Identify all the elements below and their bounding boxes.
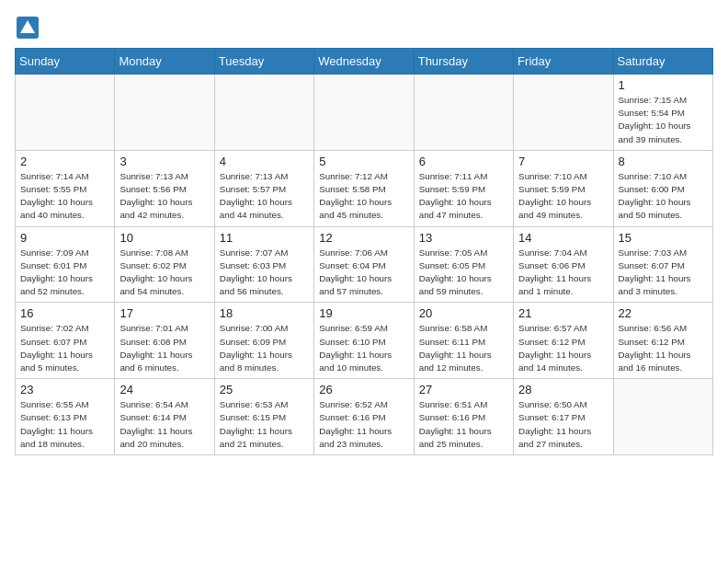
day-info: Sunrise: 7:15 AM Sunset: 5:54 PM Dayligh…: [619, 94, 708, 146]
day-info: Sunrise: 7:03 AM Sunset: 6:07 PM Dayligh…: [619, 247, 708, 299]
day-info: Sunrise: 7:12 AM Sunset: 5:58 PM Dayligh…: [319, 170, 408, 223]
calendar-cell: [314, 75, 414, 151]
calendar-cell: 8Sunrise: 7:10 AM Sunset: 6:00 PM Daylig…: [613, 150, 712, 226]
logo: [15, 15, 44, 40]
calendar-cell: 27Sunrise: 6:51 AM Sunset: 6:16 PM Dayli…: [414, 379, 513, 455]
calendar-cell: 9Sunrise: 7:09 AM Sunset: 6:01 PM Daylig…: [16, 226, 115, 303]
day-number: 21: [518, 306, 608, 320]
day-info: Sunrise: 7:08 AM Sunset: 6:02 PM Dayligh…: [119, 247, 209, 299]
calendar-cell: 15Sunrise: 7:03 AM Sunset: 6:07 PM Dayli…: [613, 226, 712, 303]
calendar-cell: 25Sunrise: 6:53 AM Sunset: 6:15 PM Dayli…: [214, 379, 313, 455]
day-number: 4: [220, 155, 309, 168]
calendar-cell: 1Sunrise: 7:15 AM Sunset: 5:54 PM Daylig…: [613, 75, 712, 151]
day-info: Sunrise: 6:51 AM Sunset: 6:16 PM Dayligh…: [419, 398, 508, 451]
day-info: Sunrise: 7:04 AM Sunset: 6:06 PM Dayligh…: [518, 247, 608, 299]
calendar-cell: 7Sunrise: 7:10 AM Sunset: 5:59 PM Daylig…: [514, 150, 613, 226]
day-number: 18: [220, 306, 309, 320]
day-info: Sunrise: 7:11 AM Sunset: 5:59 PM Dayligh…: [419, 170, 508, 223]
calendar-cell: [514, 75, 613, 151]
day-info: Sunrise: 6:59 AM Sunset: 6:10 PM Dayligh…: [319, 322, 408, 374]
day-number: 13: [419, 231, 508, 245]
day-number: 3: [119, 155, 209, 168]
day-info: Sunrise: 7:02 AM Sunset: 6:07 PM Dayligh…: [20, 322, 109, 374]
day-number: 2: [20, 155, 109, 168]
day-number: 1: [619, 78, 708, 92]
calendar-cell: 16Sunrise: 7:02 AM Sunset: 6:07 PM Dayli…: [16, 303, 115, 379]
day-info: Sunrise: 6:57 AM Sunset: 6:12 PM Dayligh…: [518, 322, 608, 374]
calendar-cell: 2Sunrise: 7:14 AM Sunset: 5:55 PM Daylig…: [16, 150, 115, 226]
calendar-cell: 5Sunrise: 7:12 AM Sunset: 5:58 PM Daylig…: [314, 150, 414, 226]
day-number: 19: [319, 306, 408, 320]
day-info: Sunrise: 7:10 AM Sunset: 5:59 PM Dayligh…: [518, 170, 608, 223]
day-info: Sunrise: 6:53 AM Sunset: 6:15 PM Dayligh…: [220, 398, 309, 451]
calendar-cell: 10Sunrise: 7:08 AM Sunset: 6:02 PM Dayli…: [115, 226, 214, 303]
calendar-cell: 12Sunrise: 7:06 AM Sunset: 6:04 PM Dayli…: [314, 226, 414, 303]
calendar-cell: 11Sunrise: 7:07 AM Sunset: 6:03 PM Dayli…: [214, 226, 313, 303]
calendar-cell: [414, 75, 513, 151]
calendar-cell: [214, 75, 313, 151]
weekday-friday: Friday: [514, 49, 613, 75]
calendar-cell: [613, 379, 712, 455]
day-info: Sunrise: 7:14 AM Sunset: 5:55 PM Dayligh…: [20, 170, 109, 223]
day-info: Sunrise: 7:06 AM Sunset: 6:04 PM Dayligh…: [319, 247, 408, 299]
day-number: 6: [419, 155, 508, 168]
day-number: 28: [518, 383, 608, 396]
day-info: Sunrise: 6:56 AM Sunset: 6:12 PM Dayligh…: [619, 322, 708, 374]
calendar-cell: 21Sunrise: 6:57 AM Sunset: 6:12 PM Dayli…: [514, 303, 613, 379]
day-number: 14: [518, 231, 608, 245]
day-info: Sunrise: 6:58 AM Sunset: 6:11 PM Dayligh…: [419, 322, 508, 374]
calendar-cell: 19Sunrise: 6:59 AM Sunset: 6:10 PM Dayli…: [314, 303, 414, 379]
calendar-cell: 17Sunrise: 7:01 AM Sunset: 6:08 PM Dayli…: [115, 303, 214, 379]
day-number: 27: [419, 383, 508, 396]
day-number: 9: [20, 231, 109, 245]
day-number: 15: [619, 231, 708, 245]
day-info: Sunrise: 6:50 AM Sunset: 6:17 PM Dayligh…: [518, 398, 608, 451]
day-info: Sunrise: 7:09 AM Sunset: 6:01 PM Dayligh…: [20, 247, 109, 299]
day-info: Sunrise: 7:10 AM Sunset: 6:00 PM Dayligh…: [619, 170, 708, 223]
day-number: 10: [119, 231, 209, 245]
day-number: 26: [319, 383, 408, 396]
day-info: Sunrise: 7:13 AM Sunset: 5:57 PM Dayligh…: [220, 170, 309, 223]
day-number: 22: [619, 306, 708, 320]
day-number: 8: [619, 155, 708, 168]
weekday-saturday: Saturday: [613, 49, 712, 75]
calendar-table: SundayMondayTuesdayWednesdayThursdayFrid…: [15, 48, 713, 455]
day-number: 5: [319, 155, 408, 168]
day-number: 7: [518, 155, 608, 168]
page-header: [15, 15, 713, 40]
calendar-cell: [16, 75, 115, 151]
weekday-sunday: Sunday: [16, 49, 115, 75]
weekday-monday: Monday: [115, 49, 214, 75]
calendar-week-2: 2Sunrise: 7:14 AM Sunset: 5:55 PM Daylig…: [16, 150, 713, 226]
day-info: Sunrise: 7:05 AM Sunset: 6:05 PM Dayligh…: [419, 247, 508, 299]
day-number: 16: [20, 306, 109, 320]
weekday-thursday: Thursday: [414, 49, 513, 75]
calendar-cell: 3Sunrise: 7:13 AM Sunset: 5:56 PM Daylig…: [115, 150, 214, 226]
day-number: 12: [319, 231, 408, 245]
calendar-cell: [115, 75, 214, 151]
calendar-cell: 20Sunrise: 6:58 AM Sunset: 6:11 PM Dayli…: [414, 303, 513, 379]
day-info: Sunrise: 7:01 AM Sunset: 6:08 PM Dayligh…: [119, 322, 209, 374]
day-number: 11: [220, 231, 309, 245]
calendar-week-5: 23Sunrise: 6:55 AM Sunset: 6:13 PM Dayli…: [16, 379, 713, 455]
logo-icon: [15, 15, 40, 40]
day-number: 24: [119, 383, 209, 396]
calendar-cell: 4Sunrise: 7:13 AM Sunset: 5:57 PM Daylig…: [214, 150, 313, 226]
calendar-cell: 22Sunrise: 6:56 AM Sunset: 6:12 PM Dayli…: [613, 303, 712, 379]
calendar-week-4: 16Sunrise: 7:02 AM Sunset: 6:07 PM Dayli…: [16, 303, 713, 379]
calendar-cell: 13Sunrise: 7:05 AM Sunset: 6:05 PM Dayli…: [414, 226, 513, 303]
day-info: Sunrise: 7:13 AM Sunset: 5:56 PM Dayligh…: [119, 170, 209, 223]
calendar-cell: 24Sunrise: 6:54 AM Sunset: 6:14 PM Dayli…: [115, 379, 214, 455]
day-info: Sunrise: 7:00 AM Sunset: 6:09 PM Dayligh…: [220, 322, 309, 374]
weekday-wednesday: Wednesday: [314, 49, 414, 75]
weekday-header-row: SundayMondayTuesdayWednesdayThursdayFrid…: [16, 49, 713, 75]
day-info: Sunrise: 7:07 AM Sunset: 6:03 PM Dayligh…: [220, 247, 309, 299]
calendar-cell: 28Sunrise: 6:50 AM Sunset: 6:17 PM Dayli…: [514, 379, 613, 455]
day-info: Sunrise: 6:54 AM Sunset: 6:14 PM Dayligh…: [119, 398, 209, 451]
day-number: 17: [119, 306, 209, 320]
day-info: Sunrise: 6:52 AM Sunset: 6:16 PM Dayligh…: [319, 398, 408, 451]
calendar-cell: 18Sunrise: 7:00 AM Sunset: 6:09 PM Dayli…: [214, 303, 313, 379]
calendar-cell: 26Sunrise: 6:52 AM Sunset: 6:16 PM Dayli…: [314, 379, 414, 455]
weekday-tuesday: Tuesday: [214, 49, 313, 75]
day-number: 25: [220, 383, 309, 396]
